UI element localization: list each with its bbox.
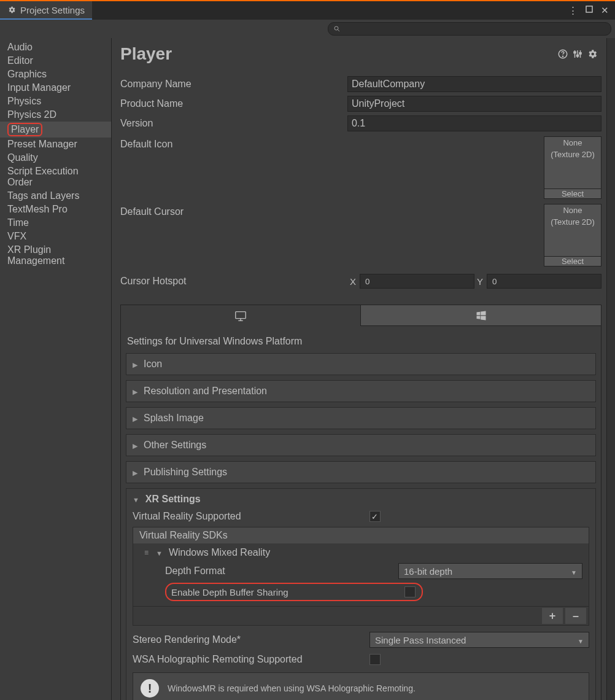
chevron-right-icon: [133, 440, 137, 451]
search-icon: [333, 25, 341, 33]
default-cursor-picker[interactable]: None (Texture 2D) Select: [544, 204, 601, 266]
section-other[interactable]: Other Settings: [126, 434, 596, 456]
svg-rect-10: [579, 53, 581, 54]
svg-rect-9: [577, 55, 579, 56]
company-name-input[interactable]: [347, 76, 601, 92]
version-label: Version: [120, 118, 347, 129]
sidebar-item-input-manager[interactable]: Input Manager: [0, 81, 111, 95]
chevron-down-icon: [133, 494, 139, 505]
settings-gear-icon[interactable]: [587, 49, 601, 60]
svg-rect-11: [236, 312, 246, 319]
chevron-right-icon: [133, 359, 137, 370]
hotspot-x-label: X: [350, 276, 356, 287]
section-icon[interactable]: Icon: [126, 353, 596, 375]
product-name-label: Product Name: [120, 98, 347, 109]
hotspot-y-input[interactable]: [487, 274, 601, 289]
vr-supported-checkbox[interactable]: ✓: [369, 511, 381, 522]
preset-icon[interactable]: [572, 49, 587, 60]
monitor-icon: [234, 309, 247, 322]
platform-tab-standalone[interactable]: [121, 305, 361, 326]
sidebar-item-time[interactable]: Time: [0, 216, 111, 230]
sidebar-item-tags-and-layers[interactable]: Tags and Layers: [0, 189, 111, 203]
help-icon[interactable]: [557, 49, 572, 60]
chevron-right-icon: [133, 413, 137, 424]
info-text: WindowsMR is required when using WSA Hol…: [168, 683, 416, 693]
sidebar-item-physics-2d[interactable]: Physics 2D: [0, 108, 111, 122]
sidebar-item-audio[interactable]: Audio: [0, 41, 111, 54]
sidebar-item-physics[interactable]: Physics: [0, 95, 111, 108]
depth-sharing-checkbox[interactable]: [404, 586, 416, 597]
default-icon-select[interactable]: Select: [544, 189, 601, 198]
sidebar-item-player[interactable]: Player: [0, 122, 111, 138]
info-icon: !: [141, 679, 159, 698]
add-sdk-button[interactable]: +: [542, 608, 563, 624]
menu-icon[interactable]: ⋮: [568, 5, 578, 16]
sidebar-item-quality[interactable]: Quality: [0, 151, 111, 165]
default-icon-label: Default Icon: [120, 136, 347, 150]
vr-sdks-label: Virtual Reality SDKs: [133, 527, 589, 543]
sidebar: AudioEditorGraphicsInput ManagerPhysicsP…: [0, 38, 112, 700]
wsa-remoting-label: WSA Holographic Remoting Supported: [133, 654, 369, 665]
hotspot-x-input[interactable]: [360, 274, 474, 289]
default-cursor-label: Default Cursor: [120, 204, 347, 217]
close-icon[interactable]: ✕: [601, 5, 609, 16]
vr-supported-label: Virtual Reality Supported: [133, 511, 369, 522]
default-icon-picker[interactable]: None (Texture 2D) Select: [544, 136, 601, 199]
depth-format-dropdown[interactable]: 16-bit depth: [398, 563, 582, 579]
search-input[interactable]: [328, 22, 611, 36]
stereo-mode-label: Stereo Rendering Mode*: [133, 634, 369, 645]
version-input[interactable]: [347, 115, 601, 131]
wsa-remoting-checkbox[interactable]: [369, 654, 381, 665]
windows-icon: [475, 309, 487, 322]
default-cursor-select[interactable]: Select: [544, 256, 601, 266]
cursor-hotspot-label: Cursor Hotspot: [120, 276, 347, 287]
depth-format-label: Depth Format: [165, 566, 398, 577]
hotspot-y-label: Y: [477, 276, 483, 287]
chevron-down-icon: [571, 566, 577, 577]
titlebar: Project Settings ⋮ ✕: [0, 1, 615, 20]
section-splash[interactable]: Splash Image: [126, 407, 596, 429]
product-name-input[interactable]: [347, 96, 601, 112]
chevron-right-icon: [133, 386, 137, 397]
platform-settings-label: Settings for Universal Windows Platform: [127, 336, 595, 347]
svg-line-2: [338, 29, 339, 31]
drag-handle-icon[interactable]: ≡: [144, 548, 150, 557]
remove-sdk-button[interactable]: –: [565, 608, 586, 624]
company-name-label: Company Name: [120, 79, 347, 90]
info-banner: ! WindowsMR is required when using WSA H…: [133, 672, 589, 700]
tab-label: Project Settings: [20, 5, 85, 15]
sidebar-item-preset-manager[interactable]: Preset Manager: [0, 138, 111, 151]
svg-rect-8: [574, 52, 576, 53]
maximize-icon[interactable]: [585, 5, 594, 16]
chevron-down-icon: [156, 547, 163, 558]
chevron-right-icon: [133, 467, 137, 478]
svg-point-4: [562, 56, 563, 56]
chevron-down-icon: [578, 635, 584, 645]
gear-icon: [7, 6, 16, 14]
sidebar-item-xr-plugin-management[interactable]: XR Plugin Management: [0, 243, 111, 268]
depth-sharing-label: Enable Depth Buffer Sharing: [171, 587, 404, 597]
section-xr[interactable]: XR Settings: [133, 494, 589, 505]
stereo-mode-dropdown[interactable]: Single Pass Instanced: [369, 632, 589, 648]
sidebar-item-textmesh-pro[interactable]: TextMesh Pro: [0, 203, 111, 216]
sidebar-item-editor[interactable]: Editor: [0, 54, 111, 68]
section-publishing[interactable]: Publishing Settings: [126, 461, 596, 483]
section-resolution[interactable]: Resolution and Presentation: [126, 380, 596, 402]
sidebar-item-script-execution-order[interactable]: Script Execution Order: [0, 165, 111, 189]
svg-rect-0: [586, 6, 592, 12]
page-title: Player: [120, 44, 557, 64]
tab-project-settings[interactable]: Project Settings: [0, 1, 92, 20]
sidebar-item-graphics[interactable]: Graphics: [0, 68, 111, 81]
sdk-windows-mr[interactable]: ≡ Windows Mixed Reality: [144, 547, 582, 558]
sidebar-item-vfx[interactable]: VFX: [0, 230, 111, 243]
svg-point-1: [335, 26, 338, 30]
platform-tab-uwp[interactable]: [360, 305, 601, 326]
scrollbar[interactable]: [606, 38, 615, 700]
